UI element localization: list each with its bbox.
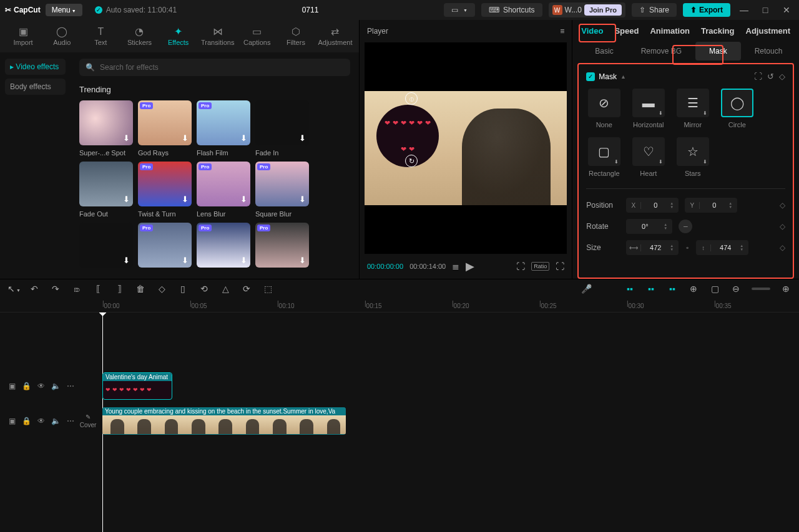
tab-transitions[interactable]: ⋈Transitions bbox=[202, 24, 234, 49]
maximize-button[interactable]: □ bbox=[758, 5, 773, 15]
effect-card[interactable]: ⬇ bbox=[79, 223, 133, 268]
sidebar-video-effects[interactable]: ▸ Video effects bbox=[5, 59, 66, 75]
zoom-in-button[interactable]: ⊕ bbox=[780, 284, 792, 294]
preview-button[interactable]: ▪▪ bbox=[667, 284, 678, 294]
menu-button[interactable]: Menu▼ bbox=[46, 4, 82, 16]
effect-card[interactable]: ⬇Super-...e Spot bbox=[79, 100, 133, 157]
tab-captions[interactable]: ▭Captions bbox=[242, 24, 273, 49]
mask-mirror[interactable]: ☰⬇Mirror bbox=[675, 89, 710, 128]
list-icon[interactable]: ≣ bbox=[452, 261, 459, 271]
tab-filters[interactable]: ⬡Filters bbox=[280, 24, 311, 49]
mute-icon[interactable]: 🔈 bbox=[51, 382, 61, 390]
join-pro-button[interactable]: Join Pro bbox=[584, 4, 622, 16]
copy-button[interactable]: ▯ bbox=[177, 284, 189, 294]
record-button[interactable]: ▢ bbox=[709, 284, 720, 294]
tab-animation[interactable]: Animation bbox=[650, 26, 690, 36]
shortcuts-button[interactable]: ⌨ Shortcuts bbox=[481, 3, 542, 17]
effect-card[interactable]: Pro⬇Flash Film bbox=[197, 100, 250, 157]
effect-card[interactable]: Pro⬇God Rays bbox=[138, 100, 192, 157]
tab-effects[interactable]: ✦Effects bbox=[163, 24, 194, 49]
tab-video[interactable]: Video bbox=[581, 26, 603, 36]
search-input[interactable]: 🔍 Search for effects bbox=[79, 59, 350, 76]
rotate-button[interactable]: ⟳ bbox=[241, 284, 252, 294]
zoom-slider[interactable] bbox=[752, 288, 770, 290]
ratio-button[interactable]: Ratio bbox=[531, 262, 549, 271]
zoom-out-button[interactable]: ⊖ bbox=[730, 284, 742, 294]
aspect-button[interactable]: ▭▼ bbox=[444, 3, 475, 17]
keyframe-icon[interactable]: ◇ bbox=[779, 72, 785, 81]
crop-button[interactable]: ⬚ bbox=[262, 284, 273, 294]
sidebar-body-effects[interactable]: Body effects bbox=[5, 79, 66, 95]
close-button[interactable]: ✕ bbox=[779, 5, 794, 15]
more-icon[interactable]: ⋯ bbox=[67, 382, 74, 390]
rotate-input[interactable]: 0°▲▼ bbox=[626, 219, 672, 234]
subtab-retouch[interactable]: Retouch bbox=[741, 42, 797, 60]
position-y-input[interactable]: Y0▲▼ bbox=[685, 198, 737, 213]
mirror-button[interactable]: △ bbox=[220, 284, 231, 294]
export-button[interactable]: ⬆ Export bbox=[683, 3, 730, 17]
timeline-ruler[interactable]: |00:00 |00:05 |00:10 |00:15 |00:20 |00:2… bbox=[0, 297, 799, 312]
effect-card[interactable]: ⬇Fade Out bbox=[79, 162, 133, 218]
lock-icon[interactable]: 🔒 bbox=[22, 417, 31, 425]
layer-icon[interactable]: ▣ bbox=[9, 417, 16, 425]
reverse-button[interactable]: ⟲ bbox=[199, 284, 210, 294]
user-account[interactable]: W W...0 Join Pro bbox=[549, 2, 625, 17]
size-h-input[interactable]: ↕474▲▼ bbox=[696, 240, 748, 255]
effect-card[interactable]: Pro⬇Twist & Turn bbox=[138, 162, 192, 218]
effect-card[interactable]: Pro⬇ bbox=[197, 223, 250, 268]
player-menu-icon[interactable]: ≡ bbox=[560, 27, 564, 36]
size-w-input[interactable]: ⟷472▲▼ bbox=[626, 240, 679, 255]
keyframe-icon[interactable]: ◇ bbox=[780, 243, 785, 252]
minimize-button[interactable]: — bbox=[737, 5, 752, 15]
subtab-removebg[interactable]: Remove BG bbox=[627, 42, 695, 60]
tab-adjustment[interactable]: Adjustment bbox=[746, 26, 791, 36]
fullscreen-icon[interactable]: ⛶ bbox=[556, 261, 564, 271]
effect-card[interactable]: Pro⬇ bbox=[138, 223, 192, 268]
eye-icon[interactable]: 👁 bbox=[37, 417, 45, 425]
lock-icon[interactable]: 🔒 bbox=[22, 382, 31, 390]
subtab-basic[interactable]: Basic bbox=[581, 42, 627, 60]
mask-heart[interactable]: ♡⬇Heart bbox=[630, 137, 666, 177]
mic-button[interactable]: 🎤 bbox=[581, 284, 592, 294]
mask-rectangle[interactable]: ▢⬇Rectangle bbox=[586, 137, 622, 177]
effect-card[interactable]: Pro⬇ bbox=[255, 223, 309, 268]
undo-button[interactable]: ↶ bbox=[29, 284, 40, 294]
marker-button[interactable]: ◇ bbox=[156, 284, 167, 294]
link-button[interactable]: ▪▪ bbox=[645, 284, 657, 294]
split-button[interactable]: ⎄ bbox=[71, 284, 82, 294]
mask-stars[interactable]: ☆⬇Stars bbox=[675, 137, 710, 177]
link-icon[interactable]: ⚬ bbox=[685, 244, 690, 251]
mask-circle[interactable]: ◯Circle bbox=[719, 89, 755, 128]
layer-icon[interactable]: ▣ bbox=[9, 382, 16, 390]
redo-button[interactable]: ↷ bbox=[50, 284, 61, 294]
scale-icon[interactable]: ⛶ bbox=[516, 261, 525, 271]
keyframe-icon[interactable]: ◇ bbox=[780, 222, 785, 231]
tab-tracking[interactable]: Tracking bbox=[701, 26, 734, 36]
effect-card[interactable]: Pro⬇Square Blur bbox=[255, 162, 309, 218]
trim-left-button[interactable]: ⟦ bbox=[92, 284, 104, 294]
select-tool[interactable]: ↖▼ bbox=[7, 284, 19, 294]
tab-audio[interactable]: ◯Audio bbox=[46, 24, 77, 49]
subtab-mask[interactable]: Mask bbox=[695, 42, 741, 60]
rotate-dial[interactable]: – bbox=[679, 220, 692, 233]
rotate-handle-top[interactable]: ⦶ bbox=[405, 92, 418, 105]
keyframe-icon[interactable]: ◇ bbox=[780, 201, 785, 210]
player-viewport[interactable]: ❤❤❤❤ ❤❤❤❤ ⦶ ↻ bbox=[365, 42, 567, 254]
tab-text[interactable]: TText bbox=[85, 24, 116, 49]
play-button[interactable]: ▶ bbox=[466, 259, 474, 273]
magnet-button[interactable]: ▪▪ bbox=[624, 284, 635, 294]
clip-valentines[interactable]: Valentine's day Animat ❤❤❤❤❤❤❤ bbox=[102, 372, 172, 400]
tab-import[interactable]: ▣Import bbox=[7, 24, 39, 49]
cover-button[interactable]: ✎ Cover bbox=[74, 414, 102, 428]
tab-adjustment[interactable]: ⇄Adjustment bbox=[319, 24, 351, 49]
expand-icon[interactable]: ⛶ bbox=[754, 72, 762, 81]
eye-icon[interactable]: 👁 bbox=[37, 382, 45, 390]
reset-icon[interactable]: ↺ bbox=[767, 72, 774, 81]
delete-button[interactable]: 🗑 bbox=[135, 284, 146, 294]
position-x-input[interactable]: X0▲▼ bbox=[626, 198, 679, 213]
effect-card[interactable]: Pro⬇Lens Blur bbox=[197, 162, 250, 218]
trim-right-button[interactable]: ⟧ bbox=[114, 284, 125, 294]
clip-couple[interactable]: Young couple embracing and kissing on th… bbox=[102, 407, 346, 435]
align-button[interactable]: ⊕ bbox=[688, 284, 699, 294]
mask-enable-checkbox[interactable]: ✓ bbox=[586, 72, 595, 81]
